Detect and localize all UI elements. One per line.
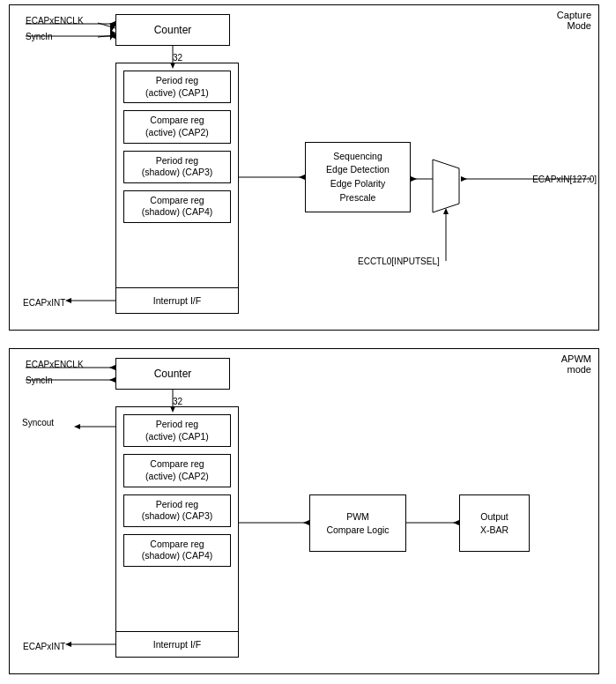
diagram-container: Capture Mode Counter Period reg(active) … xyxy=(0,0,616,684)
reg-cap4-top: Compare reg(shadow) (CAP4) xyxy=(123,190,231,223)
svg-line-2 xyxy=(98,35,115,37)
bit-width-label-top: 32 xyxy=(173,53,182,63)
seq-block-top: SequencingEdge DetectionEdge PolarityPre… xyxy=(305,142,411,212)
svg-marker-18 xyxy=(443,208,449,214)
syncin-label-top: SyncIn xyxy=(26,32,53,41)
svg-marker-5 xyxy=(109,21,115,26)
reg-cap2-top: Compare reg(active) (CAP2) xyxy=(123,110,231,143)
svg-marker-32 xyxy=(453,520,459,525)
svg-marker-12 xyxy=(433,160,459,212)
ecap-enclk-label-bot: ECAPxENCLK xyxy=(26,360,84,369)
reg-cap3-bottom: Period reg(shadow) (CAP3) xyxy=(123,494,231,527)
reg-cap2-bottom: Compare reg(active) (CAP2) xyxy=(123,454,231,487)
interrupt-label-top: Interrupt I/F xyxy=(153,295,201,306)
svg-marker-16 xyxy=(411,176,417,182)
svg-marker-28 xyxy=(74,424,80,429)
syncout-label-bot: Syncout xyxy=(22,418,54,428)
bottom-diagram: APWM mode Counter Period reg(active) (CA… xyxy=(9,348,599,674)
reg-group-bottom: Period reg(active) (CAP1) Compare reg(ac… xyxy=(115,406,239,636)
svg-marker-7 xyxy=(109,33,115,39)
counter-label-top: Counter xyxy=(154,24,192,36)
counter-block-bottom: Counter xyxy=(115,358,230,390)
svg-marker-20 xyxy=(65,298,71,303)
pwm-label: PWMCompare Logic xyxy=(326,510,389,536)
bit-width-label-bot: 32 xyxy=(173,397,182,406)
svg-marker-24 xyxy=(109,377,115,383)
ecapxint-label-bot: ECAPxINT xyxy=(23,642,65,651)
top-diagram-arrows xyxy=(10,5,598,330)
reg-cap3-top: Period reg(shadow) (CAP3) xyxy=(123,151,231,183)
ecapxint-label-top: ECAPxINT xyxy=(23,298,65,308)
interrupt-block-top: Interrupt I/F xyxy=(115,287,239,314)
interrupt-block-bottom: Interrupt I/F xyxy=(115,631,239,658)
pwm-block: PWMCompare Logic xyxy=(309,494,406,552)
svg-marker-11 xyxy=(299,175,305,180)
reg-group-top: Period reg(active) (CAP1) Compare reg(ac… xyxy=(115,63,239,292)
counter-block-top: Counter xyxy=(115,14,230,46)
svg-line-0 xyxy=(98,23,115,28)
interrupt-label-bottom: Interrupt I/F xyxy=(153,639,201,650)
svg-marker-22 xyxy=(109,365,115,370)
top-diagram: Capture Mode Counter Period reg(active) … xyxy=(9,4,599,331)
xbar-block: OutputX-BAR xyxy=(459,494,530,552)
ecap-enclk-label-top: ECAPxENCLK xyxy=(26,16,84,26)
apwm-mode-label: APWM mode xyxy=(561,353,591,375)
counter-label-bottom: Counter xyxy=(154,368,192,380)
svg-marker-30 xyxy=(303,520,309,525)
reg-cap1-bottom: Period reg(active) (CAP1) xyxy=(123,414,231,447)
svg-marker-14 xyxy=(461,176,467,182)
seq-label-top: SequencingEdge DetectionEdge PolarityPre… xyxy=(326,150,390,205)
ecctl0-label-top: ECCTL0[INPUTSEL] xyxy=(358,256,440,266)
svg-marker-34 xyxy=(65,642,71,647)
xbar-label: OutputX-BAR xyxy=(480,510,508,536)
ecapxin-label-top: ECAPxIN[127:0] xyxy=(532,175,597,184)
reg-cap4-bottom: Compare reg(shadow) (CAP4) xyxy=(123,534,231,567)
reg-cap1-top: Period reg(active) (CAP1) xyxy=(123,71,231,103)
syncin-label-bot: SyncIn xyxy=(26,375,53,385)
capture-mode-label: Capture Mode xyxy=(557,10,591,31)
